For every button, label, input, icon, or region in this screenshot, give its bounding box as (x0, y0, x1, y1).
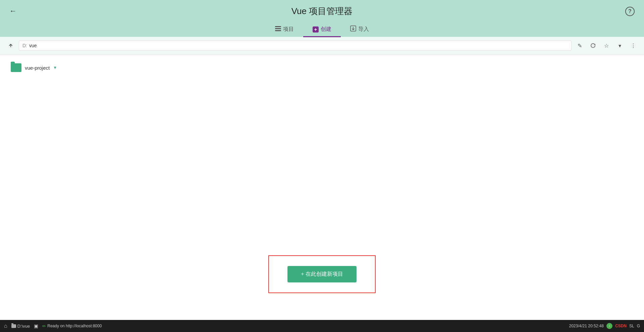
svg-rect-1 (275, 28, 281, 29)
status-csdn: CSDN (615, 324, 627, 328)
path-value: vue (29, 43, 37, 48)
create-box: + 在此创建新项目 (268, 255, 376, 293)
statusbar: ⌂ D:\vue ▣ ✏ Ready on http://localhost:8… (0, 320, 644, 332)
edit-path-button[interactable]: ✎ (574, 40, 585, 51)
status-g: G (637, 324, 640, 328)
svg-rect-2 (275, 30, 281, 31)
tab-import[interactable]: 导入 (341, 22, 378, 37)
tab-create-label: 创建 (321, 26, 331, 33)
status-sl: SL (629, 324, 634, 328)
header: ← ? Vue 项目管理器 项目 + 创建 (0, 0, 644, 37)
more-button[interactable]: ⋮ (628, 40, 639, 51)
up-button[interactable] (5, 40, 16, 51)
home-icon[interactable]: ⌂ (4, 323, 7, 329)
toolbar: D: vue ✎ ☆ ▾ ⋮ (0, 37, 644, 55)
folder-item[interactable]: vue-project ▼ (8, 61, 60, 74)
terminal-icon[interactable]: ▣ (34, 323, 38, 329)
tab-bar: 项目 + 创建 导入 (266, 22, 378, 37)
folder-arrow: ▼ (53, 65, 57, 70)
path-drive: D: (22, 43, 27, 48)
datetime: 2023/4/21 20:52:48 (569, 324, 604, 328)
create-project-button[interactable]: + 在此创建新项目 (287, 266, 357, 282)
help-button[interactable]: ? (625, 7, 635, 16)
folder-name: vue-project (25, 65, 50, 71)
refresh-button[interactable] (588, 40, 598, 51)
plus-icon: + (313, 26, 319, 32)
path-bar: D: vue (19, 41, 572, 51)
folder-icon (11, 63, 21, 72)
folder-small-icon (11, 324, 16, 328)
tab-import-label: 导入 (358, 26, 369, 33)
statusbar-ready: ✏ Ready on http://localhost:8000 (42, 324, 102, 329)
main-content: vue-project ▼ + 在此创建新项目 (0, 55, 644, 320)
dropdown-button[interactable]: ▾ (614, 40, 625, 51)
svg-rect-0 (275, 26, 281, 27)
ready-text: Ready on http://localhost:8000 (47, 324, 102, 328)
status-icon-1: i (606, 323, 612, 329)
tab-projects[interactable]: 项目 (266, 22, 303, 37)
tab-create[interactable]: + 创建 (303, 22, 341, 37)
statusbar-folder: D:\vue (11, 324, 30, 329)
favorite-button[interactable]: ☆ (601, 40, 612, 51)
tab-projects-label: 项目 (283, 26, 294, 33)
create-area: + 在此创建新项目 (268, 255, 376, 293)
back-button[interactable]: ← (9, 7, 17, 15)
pen-icon: ✏ (42, 324, 46, 329)
import-icon (350, 25, 356, 33)
list-icon (275, 26, 281, 33)
statusbar-right: 2023/4/21 20:52:48 i CSDN SL G (569, 323, 640, 329)
page-title: Vue 项目管理器 (291, 5, 353, 17)
statusbar-folder-label: D:\vue (17, 324, 30, 329)
